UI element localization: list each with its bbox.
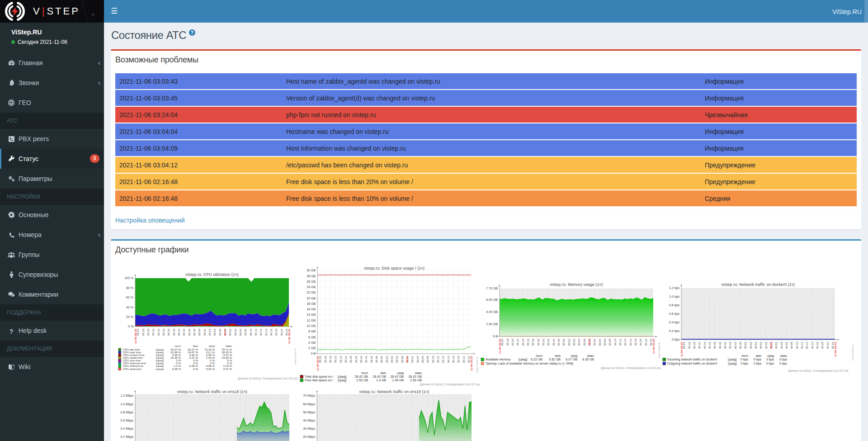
svg-text:05:58: 05:58 xyxy=(219,328,222,336)
svg-text:6.22 GB: 6.22 GB xyxy=(531,358,542,361)
svg-text:4 GB: 4 GB xyxy=(308,341,316,344)
svg-text:05:34: 05:34 xyxy=(703,341,706,349)
svg-text:посл: посл xyxy=(536,354,542,357)
svg-text:06:04: 06:04 xyxy=(234,328,237,336)
svg-text:6.07 GB: 6.07 GB xyxy=(566,358,577,361)
svg-text:0.8 Mbps: 0.8 Mbps xyxy=(120,411,133,414)
svg-text:сред: сред xyxy=(397,371,404,375)
svg-text:06:04: 06:04 xyxy=(599,338,601,346)
svg-text:05:54: 05:54 xyxy=(755,341,757,349)
svg-text:05:28: 05:28 xyxy=(506,338,509,346)
svg-text:06:18: 06:18 xyxy=(816,341,819,349)
svg-text:50 Mbps: 50 Mbps xyxy=(303,411,315,414)
svg-text:1.4 GB: 1.4 GB xyxy=(376,379,386,382)
svg-text:0.4 Mbps: 0.4 Mbps xyxy=(120,427,133,431)
svg-text:0 bps: 0 bps xyxy=(754,358,762,361)
svg-text:06:08: 06:08 xyxy=(609,338,611,346)
svg-text:05:36: 05:36 xyxy=(162,328,165,336)
svg-text:80 %: 80 % xyxy=(126,286,133,289)
svg-text:0.6 bps: 0.6 bps xyxy=(669,312,679,316)
svg-text:05:56: 05:56 xyxy=(213,328,216,336)
svg-text:2.53 GB: 2.53 GB xyxy=(410,379,422,382)
svg-text:05:56: 05:56 xyxy=(396,356,398,363)
svg-text:Данные из history. Сгенерирова: Данные из history. Сгенерировано за 0.09… xyxy=(238,377,298,380)
svg-text:www.vistep.ru: www.vistep.ru xyxy=(851,344,854,361)
svg-text:16 GB: 16 GB xyxy=(307,308,316,311)
svg-text:05:32: 05:32 xyxy=(152,328,155,336)
svg-text:5.82 GB: 5.82 GB xyxy=(549,358,561,361)
svg-text:06:20: 06:20 xyxy=(275,328,278,336)
svg-text:05:32: 05:32 xyxy=(698,341,701,349)
svg-text:0 %: 0 % xyxy=(128,325,133,328)
svg-text:05:34: 05:34 xyxy=(157,328,160,336)
svg-text:05:52: 05:52 xyxy=(568,338,571,346)
svg-text:[сред]: [сред] xyxy=(338,379,346,382)
svg-text:0.2 Mbps: 0.2 Mbps xyxy=(120,435,133,439)
svg-text:06:10: 06:10 xyxy=(432,356,434,363)
svg-text:05:38: 05:38 xyxy=(167,328,170,336)
svg-text:vistep.ru: Network traffic on: vistep.ru: Network traffic on ens19 (1ч) xyxy=(359,389,429,394)
svg-text:11-06 05:25: 11-06 05:25 xyxy=(680,341,683,357)
svg-text:05:46: 05:46 xyxy=(552,338,555,346)
svg-text:06:02: 06:02 xyxy=(593,338,596,346)
svg-text:05:44: 05:44 xyxy=(365,356,368,363)
svg-text:11-06 06:25: 11-06 06:25 xyxy=(652,338,655,354)
svg-text:05:44: 05:44 xyxy=(183,328,185,336)
svg-text:1.0 bps: 1.0 bps xyxy=(669,295,679,299)
svg-text:10 GB: 10 GB xyxy=(307,324,316,327)
svg-text:100 %: 100 % xyxy=(124,276,133,280)
svg-text:Free disk space on /: Free disk space on / xyxy=(305,379,333,382)
svg-text:05:36: 05:36 xyxy=(344,356,347,363)
svg-text:0 bps: 0 bps xyxy=(741,362,749,365)
svg-text:60 %: 60 % xyxy=(126,296,133,299)
svg-text:посл: посл xyxy=(361,371,368,375)
svg-text:vistep.ru: Network traffic on: vistep.ru: Network traffic on docker0 (1… xyxy=(722,282,795,287)
svg-text:05:30: 05:30 xyxy=(147,328,150,336)
svg-text:06:14: 06:14 xyxy=(259,328,262,336)
svg-text:20 GB: 20 GB xyxy=(307,297,316,300)
svg-text:05:42: 05:42 xyxy=(360,356,363,363)
svg-text:06:20: 06:20 xyxy=(457,356,460,363)
svg-text:05:56: 05:56 xyxy=(760,341,762,349)
svg-text:05:34: 05:34 xyxy=(522,338,524,346)
svg-text:www.vistep.ru: www.vistep.ru xyxy=(658,342,660,359)
svg-text:0 bps: 0 bps xyxy=(779,362,788,365)
svg-text:06:16: 06:16 xyxy=(265,328,268,336)
svg-text:06:06: 06:06 xyxy=(421,356,424,363)
svg-text:05:50: 05:50 xyxy=(562,338,565,346)
svg-text:0 B: 0 B xyxy=(493,335,498,338)
svg-text:05:38: 05:38 xyxy=(532,338,534,346)
svg-text:Outgoing network traffic on do: Outgoing network traffic on docker0 xyxy=(667,362,717,365)
svg-text:05:54: 05:54 xyxy=(208,328,211,336)
svg-text:05:58: 05:58 xyxy=(765,341,768,349)
svg-text:70 Mbps: 70 Mbps xyxy=(303,394,315,398)
svg-text:05:28: 05:28 xyxy=(142,328,145,336)
svg-text:06:14: 06:14 xyxy=(806,341,808,349)
svg-text:[сред]: [сред] xyxy=(519,358,527,361)
svg-text:11-06 05:25: 11-06 05:25 xyxy=(498,338,501,354)
svg-text:0 B: 0 B xyxy=(311,352,316,355)
svg-text:мин: мин xyxy=(555,354,561,357)
svg-text:06:20: 06:20 xyxy=(821,341,824,349)
svg-text:20 %: 20 % xyxy=(126,315,133,318)
svg-text:28.42 GB: 28.42 GB xyxy=(373,375,386,378)
svg-text:28 GB: 28 GB xyxy=(307,275,316,278)
svg-text:05:28: 05:28 xyxy=(688,341,691,349)
svg-text:06:22: 06:22 xyxy=(645,338,647,346)
svg-text:11-06 06:25: 11-06 06:25 xyxy=(288,328,291,344)
svg-text:1.49 GB: 1.49 GB xyxy=(392,379,404,382)
svg-text:0.4 bps: 0.4 bps xyxy=(669,321,679,324)
svg-text:vistep.ru: Memory usage (1ч): vistep.ru: Memory usage (1ч) xyxy=(550,282,603,287)
svg-text:06:04: 06:04 xyxy=(416,356,419,363)
svg-text:05:54: 05:54 xyxy=(391,356,393,363)
svg-text:сред: сред xyxy=(767,354,774,358)
svg-text:мин: мин xyxy=(756,354,761,357)
svg-text:06:20: 06:20 xyxy=(639,338,642,346)
svg-text:Incoming network traffic on do: Incoming network traffic on docker0 xyxy=(667,358,717,361)
svg-text:0.07 %: 0.07 % xyxy=(223,367,232,370)
svg-text:05:42: 05:42 xyxy=(542,338,545,346)
svg-text:06:12: 06:12 xyxy=(619,338,622,346)
svg-text:6 GB: 6 GB xyxy=(308,336,316,339)
svg-text:05:46: 05:46 xyxy=(188,328,191,336)
svg-text:06:02: 06:02 xyxy=(229,328,231,336)
